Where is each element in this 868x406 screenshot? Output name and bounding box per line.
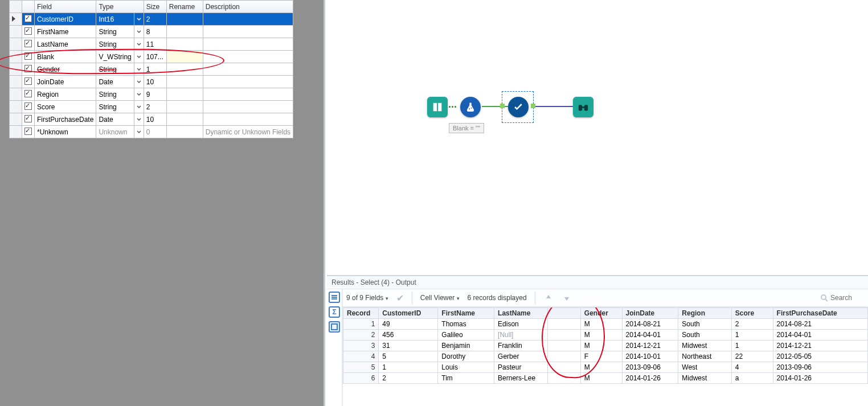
field-rename[interactable] (166, 101, 203, 113)
col-rename[interactable]: Rename (166, 1, 203, 13)
field-description[interactable] (203, 101, 293, 113)
tool-select[interactable] (508, 97, 529, 117)
cell[interactable]: 2014-12-21 (773, 341, 867, 351)
type-dropdown[interactable] (134, 126, 144, 138)
cell[interactable]: 2013-09-06 (773, 362, 867, 373)
cell[interactable]: Dorothy (438, 351, 494, 362)
field-type[interactable]: String (96, 26, 134, 38)
type-dropdown[interactable] (134, 101, 144, 113)
cell[interactable] (547, 373, 580, 384)
cell[interactable]: 2014-01-26 (773, 373, 867, 384)
cell[interactable]: 1 (731, 330, 773, 341)
row-header[interactable] (10, 51, 22, 63)
field-size[interactable]: 10 (144, 76, 166, 88)
cell[interactable]: 2 (731, 319, 773, 330)
field-rename[interactable] (166, 76, 203, 88)
cell[interactable]: West (678, 362, 732, 373)
field-name[interactable]: JoinDate (35, 76, 96, 88)
field-size[interactable]: 10 (144, 113, 166, 126)
cell[interactable] (547, 351, 580, 362)
type-dropdown[interactable] (134, 38, 144, 51)
cell[interactable]: Benjamin (438, 341, 494, 351)
field-name[interactable]: Gender (35, 63, 96, 76)
field-description[interactable]: Dynamic or Unknown Fields (203, 126, 293, 138)
row-header[interactable] (10, 113, 22, 126)
cell[interactable]: 4 (731, 362, 773, 373)
col-customerid[interactable]: CustomerID (379, 308, 438, 319)
field-type[interactable]: String (96, 101, 134, 113)
cell[interactable]: F (580, 351, 622, 362)
cell[interactable]: 31 (379, 341, 438, 351)
row-header[interactable] (10, 38, 22, 51)
tool-input[interactable] (427, 97, 448, 117)
cell[interactable]: 456 (379, 330, 438, 341)
fields-summary[interactable]: 9 of 9 Fields ▾ (346, 294, 388, 302)
table-row[interactable]: *UnknownUnknown0Dynamic or Unknown Field… (10, 126, 293, 138)
type-dropdown[interactable] (134, 63, 144, 76)
field-checkbox[interactable] (22, 63, 35, 76)
cell[interactable]: 2014-08-21 (773, 319, 867, 330)
cell[interactable] (547, 319, 580, 330)
search-input[interactable] (830, 294, 865, 302)
sort-asc-icon[interactable] (543, 293, 554, 303)
field-checkbox[interactable] (22, 76, 35, 88)
field-description[interactable] (203, 63, 293, 76)
cell[interactable]: Edison (494, 319, 548, 330)
col-record[interactable]: Record (343, 308, 379, 319)
field-type[interactable]: Date (96, 113, 134, 126)
field-rename[interactable] (166, 13, 203, 26)
field-checkbox[interactable] (22, 26, 35, 38)
col-blank[interactable] (547, 308, 580, 319)
field-description[interactable] (203, 76, 293, 88)
field-rename[interactable] (166, 113, 203, 126)
col-score[interactable]: Score (731, 308, 773, 319)
field-rename[interactable] (166, 63, 203, 76)
col-lastname[interactable]: LastName (494, 308, 548, 319)
field-checkbox[interactable] (22, 101, 35, 113)
cell-viewer[interactable]: Cell Viewer ▾ (420, 294, 460, 302)
field-name[interactable]: Region (35, 88, 96, 101)
field-description[interactable] (203, 51, 293, 63)
type-dropdown[interactable] (134, 51, 144, 63)
field-name[interactable]: FirstPurchaseDate (35, 113, 96, 126)
field-size[interactable]: 11 (144, 38, 166, 51)
col-firstpurchasedate[interactable]: FirstPurchaseDate (773, 308, 867, 319)
field-name[interactable]: CustomerID (35, 13, 96, 26)
type-dropdown[interactable] (134, 26, 144, 38)
table-row[interactable]: 2456Galileo[Null]M2014-04-01South12014-0… (343, 330, 868, 341)
cell[interactable]: Midwest (678, 341, 732, 351)
cell[interactable]: 2014-08-21 (622, 319, 678, 330)
cell[interactable]: Franklin (494, 341, 548, 351)
table-row[interactable]: JoinDateDate10 (10, 76, 293, 88)
cell[interactable]: Galileo (438, 330, 494, 341)
table-row[interactable]: FirstNameString8 (10, 26, 293, 38)
cell[interactable]: M (580, 330, 622, 341)
type-dropdown[interactable] (134, 113, 144, 126)
cell[interactable]: 1 (379, 362, 438, 373)
table-row[interactable]: LastNameString11 (10, 38, 293, 51)
col-gender[interactable]: Gender (580, 308, 622, 319)
field-type[interactable]: Date (96, 76, 134, 88)
field-type[interactable]: String (96, 63, 134, 76)
table-row[interactable]: 149ThomasEdisonM2014-08-21South22014-08-… (343, 319, 868, 330)
row-header[interactable] (10, 88, 22, 101)
field-rename[interactable] (166, 51, 203, 63)
cell[interactable]: 22 (731, 351, 773, 362)
cell[interactable]: 2014-10-01 (622, 351, 678, 362)
field-rename[interactable] (166, 26, 203, 38)
cell[interactable]: M (580, 373, 622, 384)
field-size[interactable]: 1 (144, 63, 166, 76)
table-row[interactable]: RegionString9 (10, 88, 293, 101)
cell[interactable]: 2014-12-21 (622, 341, 678, 351)
field-description[interactable] (203, 38, 293, 51)
tool-browse[interactable] (573, 97, 593, 117)
table-row[interactable]: FirstPurchaseDateDate10 (10, 113, 293, 126)
field-description[interactable] (203, 26, 293, 38)
table-row[interactable]: 45DorothyGerberF2014-10-01Northeast22201… (343, 351, 868, 362)
table-row[interactable]: 331BenjaminFranklinM2014-12-21Midwest120… (343, 341, 868, 351)
field-size[interactable]: 2 (144, 101, 166, 113)
field-checkbox[interactable] (22, 51, 35, 63)
workflow-canvas[interactable]: Blank = "" (327, 0, 868, 275)
row-header[interactable] (10, 76, 22, 88)
tool-select-anchor-out[interactable] (531, 104, 535, 108)
